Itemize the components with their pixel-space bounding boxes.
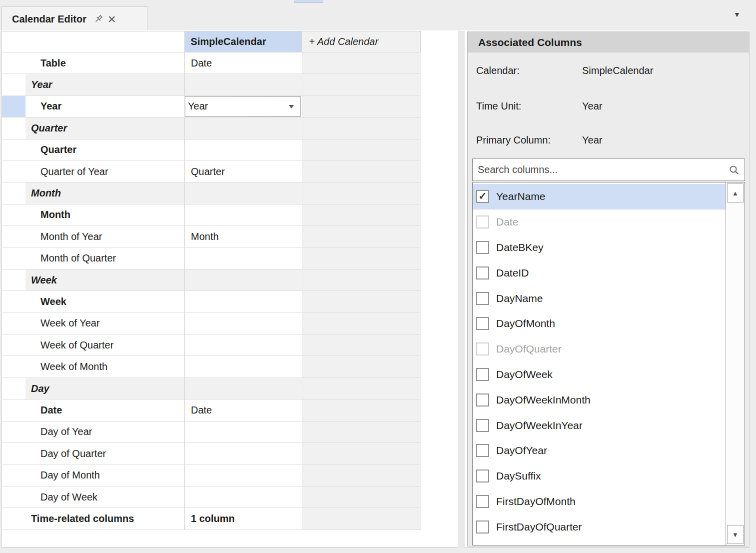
value-cell[interactable] — [184, 248, 302, 269]
value-cell[interactable] — [184, 270, 302, 290]
checkbox[interactable]: ✓ — [476, 190, 489, 203]
column-list-item-date[interactable]: ✓ Date — [473, 210, 726, 235]
checkbox[interactable]: ✓ — [476, 368, 489, 381]
row-header-cell — [2, 161, 25, 182]
value-cell[interactable]: Month — [184, 226, 302, 247]
column-name: DayName — [496, 292, 543, 304]
group-row: Week — [2, 270, 421, 291]
value-cell[interactable]: Quarter — [184, 161, 302, 182]
value-cell[interactable] — [184, 74, 302, 95]
field-row: Week — [2, 291, 421, 312]
value-cell[interactable] — [184, 313, 302, 334]
checkbox[interactable]: ✓ — [476, 394, 489, 406]
search-box — [472, 158, 745, 181]
add-calendar-button[interactable]: + Add Calendar — [301, 32, 421, 52]
value-cell[interactable]: Date — [184, 400, 302, 420]
value-cell[interactable] — [184, 334, 302, 356]
column-list-item-dayofyear[interactable]: ✓ DayOfYear — [473, 438, 726, 464]
search-icon[interactable] — [729, 164, 740, 176]
row-label: Day of Month — [25, 464, 184, 486]
column-list-item-daysuffix[interactable]: ✓ DaySuffix — [473, 464, 726, 489]
column-list-item-firstdayofweek[interactable]: ✓ FirstDayOfWeek — [473, 540, 726, 546]
column-list-item-dayname[interactable]: ✓ DayName — [473, 286, 726, 311]
column-list-item-dayofweekinmonth[interactable]: ✓ DayOfWeekInMonth — [473, 387, 726, 412]
group-row: Year — [2, 74, 421, 96]
scroll-up-button[interactable]: ▲ — [727, 184, 744, 202]
value-cell[interactable] — [184, 464, 302, 486]
column-list-item-dayofweek[interactable]: ✓ DayOfWeek — [473, 362, 726, 388]
checkbox[interactable]: ✓ — [476, 317, 489, 330]
checkbox[interactable]: ✓ — [476, 241, 489, 254]
checkbox[interactable]: ✓ — [476, 444, 489, 457]
window-dropdown-button[interactable]: ▼ — [734, 10, 741, 18]
row-label: Month — [25, 182, 184, 204]
info-value: SimpleCalendar — [582, 65, 653, 76]
column-list-item-dayofquarter[interactable]: ✓ DayOfQuarter — [473, 336, 726, 362]
column-name: DateID — [496, 267, 529, 279]
value-cell[interactable]: Year — [184, 96, 302, 117]
column-name: DayOfYear — [496, 444, 547, 456]
row-label: Day of Quarter — [25, 443, 184, 464]
checkbox[interactable]: ✓ — [476, 495, 489, 508]
value-cell[interactable] — [184, 378, 302, 399]
field-row: Year Year — [2, 96, 421, 118]
value-cell[interactable] — [184, 422, 302, 442]
value-cell[interactable] — [184, 182, 302, 204]
close-icon[interactable]: ✕ — [107, 14, 116, 24]
column-list-item-dayofweekinyear[interactable]: ✓ DayOfWeekInYear — [473, 412, 726, 438]
value-cell[interactable]: Date — [184, 52, 302, 74]
year-column-dropdown[interactable]: Year — [185, 96, 301, 116]
value-cell[interactable] — [184, 118, 302, 138]
column-list-item-dayofmonth[interactable]: ✓ DayOfMonth — [473, 311, 726, 336]
pin-icon[interactable] — [92, 13, 104, 25]
row-header-cell — [2, 204, 25, 226]
field-row: Month of Year Month — [2, 226, 421, 248]
row-header-cell — [2, 96, 25, 117]
row-header-cell — [2, 248, 25, 269]
value-cell[interactable] — [184, 204, 302, 226]
value-cell[interactable] — [184, 486, 302, 508]
associated-columns-panel: Associated Columns Calendar: SimpleCalen… — [467, 32, 750, 546]
columns-listbox: ✓ YearName ✓ Date ✓ DateBKey ✓ DateID ✓ … — [472, 182, 745, 546]
column-list-item-datebkey[interactable]: ✓ DateBKey — [473, 235, 726, 260]
row-header-cell — [2, 378, 25, 399]
checkbox[interactable]: ✓ — [476, 520, 489, 534]
checkbox[interactable]: ✓ — [476, 419, 489, 432]
field-row: Table Date — [2, 52, 421, 74]
grid-corner-cell — [2, 32, 184, 52]
row-label: Month of Quarter — [25, 248, 184, 269]
info-row-primary-column: Primary Column: Year — [476, 134, 602, 146]
column-name: Date — [496, 216, 518, 228]
field-row: Week of Month — [2, 356, 421, 378]
add-calendar-cell — [302, 140, 421, 160]
column-list-item-firstdayofmonth[interactable]: ✓ FirstDayOfMonth — [473, 489, 726, 514]
row-label: Quarter — [25, 118, 184, 138]
checkbox[interactable]: ✓ — [476, 216, 489, 228]
row-label: Date — [25, 400, 184, 420]
checkbox[interactable]: ✓ — [476, 266, 489, 280]
row-label: Week — [25, 291, 184, 312]
info-value: Year — [582, 134, 602, 146]
panel-splitter[interactable] — [458, 31, 465, 548]
checkbox[interactable]: ✓ — [476, 292, 489, 305]
column-list-item-firstdayofquarter[interactable]: ✓ FirstDayOfQuarter — [473, 514, 726, 540]
column-list-item-dateid[interactable]: ✓ DateID — [473, 260, 726, 286]
value-cell[interactable]: 1 column — [184, 508, 302, 529]
checkbox[interactable]: ✓ — [476, 470, 489, 482]
tab-calendar-editor[interactable]: Calendar Editor ✕ — [1, 6, 147, 31]
calendar-column-header[interactable]: SimpleCalendar — [184, 32, 302, 52]
column-list-item-yearname[interactable]: ✓ YearName — [473, 184, 726, 210]
column-name: FirstDayOfQuarter — [496, 521, 582, 533]
row-header-cell — [2, 74, 25, 95]
value-cell[interactable] — [184, 443, 302, 464]
value-cell[interactable] — [184, 291, 302, 312]
value-cell[interactable] — [184, 140, 302, 160]
toolbar-remnant — [294, 0, 323, 2]
checkbox[interactable]: ✓ — [476, 342, 489, 356]
value-cell[interactable] — [184, 356, 302, 377]
calendar-grid: SimpleCalendar + Add Calendar Table Date… — [1, 31, 421, 546]
scroll-down-button[interactable]: ▼ — [727, 525, 744, 544]
search-input[interactable] — [473, 159, 745, 180]
scrollbar[interactable]: ▲ ▼ — [726, 182, 745, 545]
tab-title: Calendar Editor — [12, 14, 86, 25]
